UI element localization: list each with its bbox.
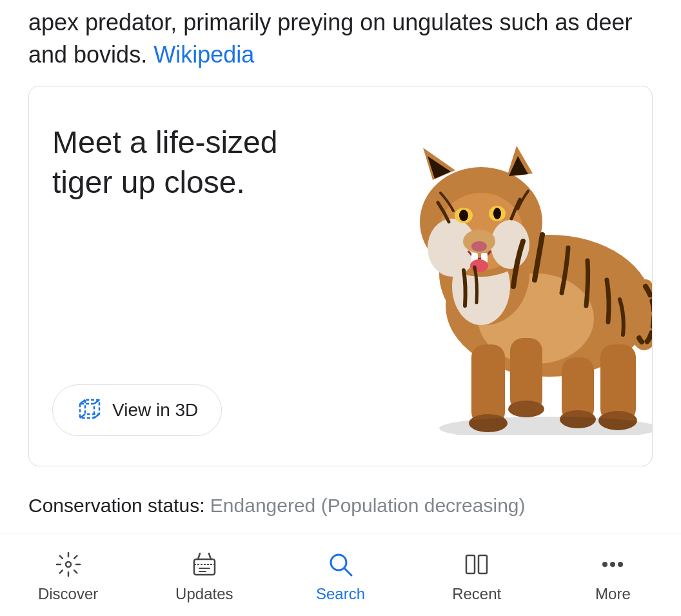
page-wrapper: apex predator, primarily preying on ungu… [0, 0, 681, 616]
recent-label: Recent [452, 585, 501, 603]
nav-item-recent[interactable]: Recent [409, 549, 545, 603]
bottom-navigation: Discover Updates [0, 533, 681, 616]
more-icon [597, 549, 628, 580]
svg-line-41 [74, 570, 77, 573]
svg-line-47 [198, 553, 200, 559]
content-area: apex predator, primarily preying on ungu… [0, 0, 681, 533]
svg-point-31 [471, 241, 487, 252]
svg-point-29 [493, 208, 501, 219]
svg-rect-8 [600, 344, 636, 422]
svg-point-15 [508, 401, 544, 417]
conservation-label: Conservation status: [28, 495, 204, 516]
tiger-3d-card: Meet a life-sized tiger up close. [28, 86, 653, 466]
svg-line-52 [344, 568, 351, 575]
more-label: More [595, 585, 631, 603]
wikipedia-link[interactable]: Wikipedia [153, 41, 254, 68]
svg-point-34 [470, 259, 488, 272]
nav-item-more[interactable]: More [545, 549, 681, 603]
search-icon [325, 549, 356, 580]
partial-text: apex predator, primarily preying on ungu… [28, 9, 633, 68]
discover-icon [53, 549, 84, 580]
svg-point-56 [610, 562, 615, 567]
view-in-3d-button[interactable]: View in 3D [52, 384, 222, 436]
svg-rect-10 [471, 344, 505, 425]
3d-cube-icon [76, 397, 103, 424]
svg-point-27 [459, 210, 468, 221]
nav-item-updates[interactable]: Updates [136, 549, 272, 603]
view-in-3d-label: View in 3D [112, 400, 198, 421]
svg-line-48 [209, 553, 211, 559]
svg-line-40 [59, 556, 62, 559]
svg-rect-53 [466, 555, 475, 573]
svg-point-55 [602, 562, 607, 567]
search-label: Search [316, 585, 365, 603]
svg-rect-45 [194, 559, 215, 575]
svg-line-43 [59, 570, 62, 573]
svg-point-44 [66, 562, 71, 567]
svg-rect-54 [479, 555, 487, 573]
top-paragraph: apex predator, primarily preying on ungu… [0, 0, 681, 72]
updates-icon [189, 549, 220, 580]
conservation-value: Endangered (Population decreasing) [210, 495, 526, 516]
card-title: Meet a life-sized tiger up close. [52, 110, 323, 203]
recent-icon [461, 549, 492, 580]
svg-point-57 [618, 562, 623, 567]
discover-label: Discover [38, 585, 98, 603]
nav-item-discover[interactable]: Discover [0, 549, 136, 603]
conservation-status-row: Conservation status: Endangered (Populat… [0, 481, 681, 531]
svg-line-42 [74, 556, 77, 559]
tiger-image [368, 86, 652, 435]
updates-label: Updates [175, 585, 233, 603]
nav-item-search[interactable]: Search [272, 549, 408, 603]
